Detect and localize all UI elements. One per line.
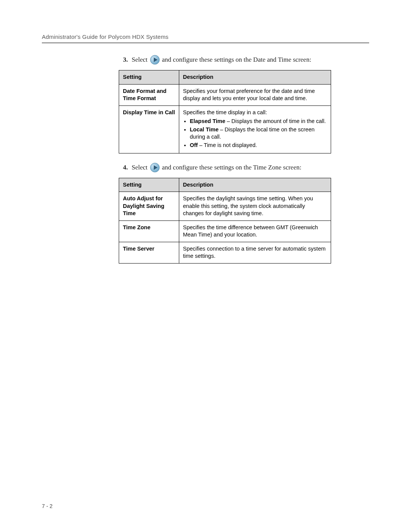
setting-name: Time Zone: [119, 220, 179, 242]
table-row: Time Zone Specifies the time difference …: [119, 220, 331, 242]
step-4-line: 4. Select and configure thes: [118, 163, 369, 173]
step-4-block: 4. Select and configure thes: [118, 163, 369, 264]
setting-name: Auto Adjust for Daylight Saving Time: [119, 192, 179, 221]
table-row: Date Format and Time Format Specifies yo…: [119, 84, 331, 105]
table-row: Auto Adjust for Daylight Saving Time Spe…: [119, 192, 331, 221]
step-4-number: 4.: [119, 164, 128, 171]
page-number: 7 - 2: [42, 503, 53, 509]
desc-bullet-list: Elapsed Time – Displays the amount of ti…: [183, 118, 327, 149]
col-header-description: Description: [179, 178, 331, 192]
setting-name: Date Format and Time Format: [119, 84, 179, 105]
step-3-table: Setting Description Date Format and Time…: [119, 70, 331, 153]
bullet-rest: – Time is not displayed.: [198, 142, 257, 148]
desc-text: Specifies the time display in a call:: [183, 109, 267, 115]
page: Administrator's Guide for Polycom HDX Sy…: [0, 0, 411, 532]
setting-description: Specifies the daylight savings time sett…: [179, 192, 331, 221]
page-header: Administrator's Guide for Polycom HDX Sy…: [42, 34, 369, 40]
setting-description: Specifies the time difference between GM…: [179, 220, 331, 242]
setting-name: Time Server: [119, 242, 179, 263]
setting-name: Display Time in Call: [119, 105, 179, 153]
list-item: Off – Time is not displayed.: [190, 142, 327, 149]
bullet-rest: – Displays the amount of time in the cal…: [225, 118, 326, 124]
table-row: Display Time in Call Specifies the time …: [119, 105, 331, 153]
header-rule: [42, 42, 369, 43]
list-item: Elapsed Time – Displays the amount of ti…: [190, 118, 327, 125]
step-4-text-before: Select: [132, 164, 148, 171]
table-row: Time Server Specifies connection to a ti…: [119, 242, 331, 263]
table-header-row: Setting Description: [119, 70, 331, 85]
bullet-bold: Local Time: [190, 126, 218, 133]
play-arrow-icon: [150, 163, 160, 173]
step-3-line: 3. Select and configure thes: [118, 55, 369, 65]
list-item: Local Time – Displays the local time on …: [190, 126, 327, 141]
bullet-bold: Elapsed Time: [190, 118, 225, 124]
col-header-setting: Setting: [119, 70, 179, 85]
setting-description: Specifies connection to a time server fo…: [179, 242, 331, 263]
col-header-description: Description: [179, 70, 331, 85]
setting-description: Specifies the time display in a call: El…: [179, 105, 331, 153]
desc-text: Specifies your format preference for the…: [183, 88, 315, 102]
step-4-table: Setting Description Auto Adjust for Dayl…: [119, 178, 331, 264]
setting-description: Specifies your format preference for the…: [179, 84, 331, 105]
play-arrow-icon: [150, 55, 160, 65]
step-3-block: 3. Select and configure thes: [118, 55, 369, 153]
content-area: 3. Select and configure thes: [118, 55, 369, 264]
step-4-text-after: and configure these settings on the Time…: [162, 164, 301, 171]
bullet-bold: Off: [190, 142, 198, 148]
step-3-text-before: Select: [132, 56, 148, 64]
header-title: Administrator's Guide for Polycom HDX Sy…: [42, 34, 169, 40]
step-3-text-after: and configure these settings on the Date…: [162, 56, 311, 64]
step-3-number: 3.: [119, 56, 128, 64]
col-header-setting: Setting: [119, 178, 179, 192]
table-header-row: Setting Description: [119, 178, 331, 192]
